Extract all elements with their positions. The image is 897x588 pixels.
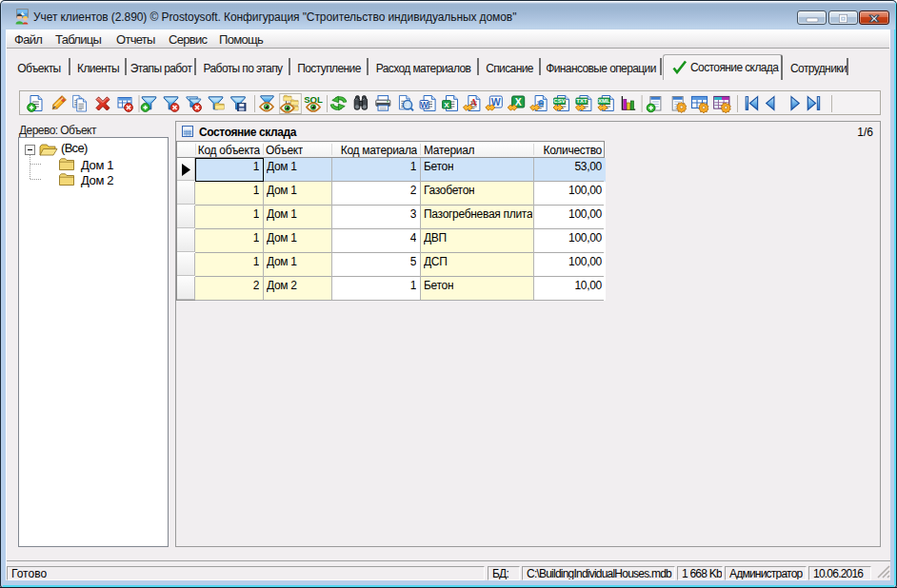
- svg-text:X: X: [444, 101, 449, 109]
- svg-text:XML: XML: [598, 98, 610, 104]
- svg-text:W: W: [421, 100, 429, 109]
- svg-text:TXT: TXT: [576, 98, 588, 104]
- svg-text:CSV: CSV: [553, 98, 565, 104]
